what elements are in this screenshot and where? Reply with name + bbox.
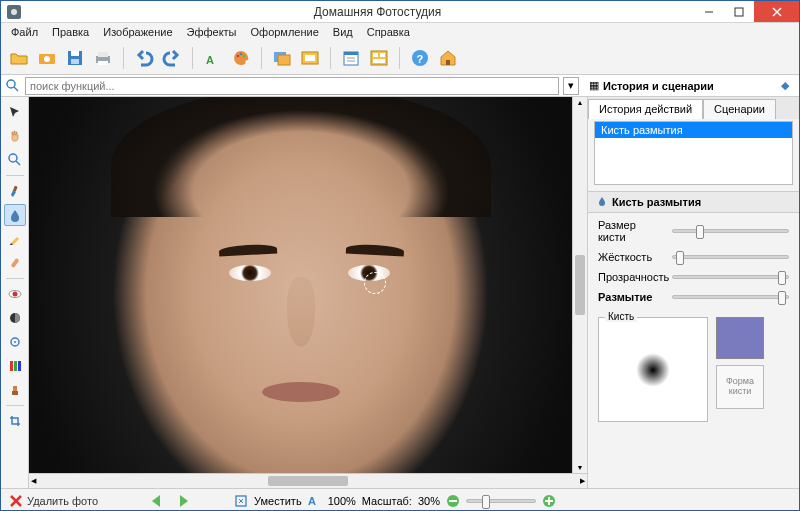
scale-label: Масштаб: — [362, 495, 412, 507]
svg-rect-19 — [278, 55, 290, 65]
next-button[interactable] — [174, 493, 194, 509]
pencil-tool[interactable] — [4, 228, 26, 250]
droplet-icon — [596, 196, 608, 208]
svg-rect-3 — [735, 8, 743, 16]
menu-file[interactable]: Файл — [5, 25, 44, 39]
open-button[interactable] — [7, 46, 31, 70]
help-button[interactable]: ? — [408, 46, 432, 70]
crop-tool[interactable] — [4, 410, 26, 432]
darken-tool[interactable] — [4, 307, 26, 329]
undo-button[interactable] — [132, 46, 156, 70]
delete-photo-button[interactable]: Удалить фото — [9, 494, 98, 508]
brush-opacity-slider[interactable]: Прозрачность — [598, 271, 789, 283]
canvas[interactable] — [29, 97, 572, 473]
svg-line-36 — [16, 161, 20, 165]
main-toolbar: A ? — [1, 41, 799, 75]
bottom-bar: Удалить фото Уместить A 100% Масштаб: 30… — [1, 488, 799, 511]
save-button[interactable] — [63, 46, 87, 70]
menu-effects[interactable]: Эффекты — [181, 25, 243, 39]
vertical-scrollbar[interactable]: ▲▼ — [572, 97, 587, 473]
hundred-button[interactable]: 100% — [328, 495, 356, 507]
channels-tool[interactable] — [4, 355, 26, 377]
text-tool-button[interactable]: A — [201, 46, 225, 70]
svg-rect-23 — [344, 52, 358, 55]
collage-button[interactable] — [367, 46, 391, 70]
redo-button[interactable] — [160, 46, 184, 70]
panel-tabs: История действий Сценарии — [588, 97, 799, 119]
svg-rect-32 — [446, 60, 450, 65]
brush-blur-slider[interactable]: Размытие — [598, 291, 789, 303]
svg-rect-47 — [12, 391, 18, 395]
frame-button[interactable] — [298, 46, 322, 70]
brush-color-swatch[interactable] — [716, 317, 764, 359]
zoom-out-button[interactable] — [446, 494, 460, 508]
menu-view[interactable]: Вид — [327, 25, 359, 39]
svg-text:A: A — [206, 54, 214, 66]
brush-size-slider[interactable]: Размер кисти — [598, 219, 789, 243]
zoom-in-button[interactable] — [542, 494, 556, 508]
home-button[interactable] — [436, 46, 460, 70]
tab-history[interactable]: История действий — [588, 99, 703, 119]
svg-text:?: ? — [417, 53, 424, 65]
prev-button[interactable] — [148, 493, 168, 509]
horizontal-scrollbar[interactable]: ◀▶ — [29, 473, 587, 488]
app-icon — [7, 5, 21, 19]
minimize-button[interactable] — [694, 1, 724, 22]
search-dropdown-button[interactable]: ▾ — [563, 77, 579, 95]
panel-icon: ▦ — [589, 79, 599, 92]
lighten-tool[interactable] — [4, 331, 26, 353]
brush-hardness-slider[interactable]: Жёсткость — [598, 251, 789, 263]
panel-collapse-button[interactable]: ◆ — [781, 79, 789, 92]
history-item[interactable]: Кисть размытия — [595, 122, 792, 138]
fit-icon[interactable] — [234, 494, 248, 508]
stamp-tool[interactable] — [4, 379, 26, 401]
svg-point-40 — [12, 292, 17, 297]
search-input[interactable] — [25, 77, 559, 95]
panel-title: История и сценарии — [603, 80, 714, 92]
layer-image-button[interactable] — [270, 46, 294, 70]
brush-panel-title: Кисть размытия — [588, 191, 799, 213]
palette-button[interactable] — [229, 46, 253, 70]
svg-point-35 — [9, 154, 17, 162]
svg-text:A: A — [308, 495, 316, 507]
delete-icon — [9, 494, 23, 508]
pointer-tool[interactable] — [4, 101, 26, 123]
blur-tool[interactable] — [4, 204, 26, 226]
menu-image[interactable]: Изображение — [97, 25, 178, 39]
menu-decorate[interactable]: Оформление — [245, 25, 325, 39]
search-bar: ▾ ▦История и сценарии ◆ — [1, 75, 799, 97]
zoom-slider[interactable] — [466, 499, 536, 503]
zoom-tool[interactable] — [4, 149, 26, 171]
svg-point-7 — [44, 56, 50, 62]
canvas-area: ▲▼ ◀▶ — [29, 97, 587, 488]
svg-point-16 — [240, 52, 243, 55]
maximize-button[interactable] — [724, 1, 754, 22]
svg-rect-21 — [305, 55, 315, 61]
svg-rect-38 — [10, 258, 19, 268]
svg-rect-29 — [373, 59, 385, 63]
brush-tool[interactable] — [4, 180, 26, 202]
window-title: Домашняя Фотостудия — [61, 5, 694, 19]
history-list[interactable]: Кисть размытия — [594, 121, 793, 185]
calendar-button[interactable] — [339, 46, 363, 70]
brush-shape-button[interactable]: Форма кисти — [716, 365, 764, 409]
menu-edit[interactable]: Правка — [46, 25, 95, 39]
fit-button[interactable]: Уместить — [254, 495, 302, 507]
svg-rect-9 — [71, 51, 79, 56]
svg-rect-10 — [71, 59, 79, 64]
redeye-tool[interactable] — [4, 283, 26, 305]
tab-scenarios[interactable]: Сценарии — [703, 99, 776, 119]
camera-button[interactable] — [35, 46, 59, 70]
tool-sidebar — [1, 97, 29, 488]
hand-tool[interactable] — [4, 125, 26, 147]
right-panel: История действий Сценарии Кисть размытия… — [587, 97, 799, 488]
hundred-icon[interactable]: A — [308, 494, 322, 508]
svg-rect-28 — [380, 53, 385, 57]
print-button[interactable] — [91, 46, 115, 70]
close-button[interactable] — [754, 1, 799, 22]
menu-help[interactable]: Справка — [361, 25, 416, 39]
svg-rect-44 — [10, 361, 13, 371]
brush-preview: Кисть — [598, 317, 708, 422]
svg-rect-13 — [98, 61, 108, 65]
healing-tool[interactable] — [4, 252, 26, 274]
